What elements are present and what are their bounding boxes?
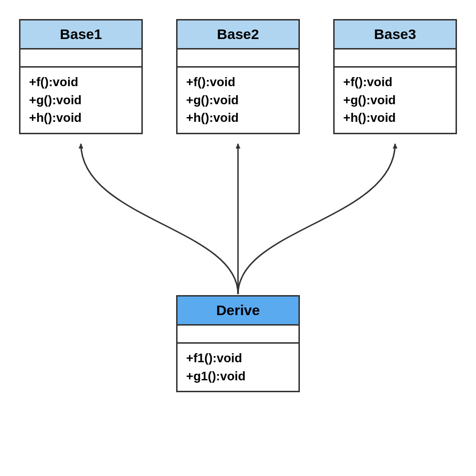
uml-class-base3: Base3 +f():void +g():void +h():void — [333, 19, 457, 134]
uml-method: +h():void — [186, 109, 290, 127]
uml-method: +h():void — [343, 109, 447, 127]
edge-derive-base3 — [238, 144, 395, 294]
uml-class-title: Base2 — [178, 20, 298, 50]
uml-class-attributes — [178, 326, 298, 344]
uml-class-base1: Base1 +f():void +g():void +h():void — [19, 19, 143, 134]
uml-method: +f():void — [29, 73, 133, 91]
uml-method: +f1():void — [186, 349, 290, 367]
uml-class-title: Derive — [178, 297, 298, 326]
uml-method: +g():void — [186, 91, 290, 109]
uml-method: +f():void — [186, 73, 290, 91]
uml-method: +g():void — [29, 91, 133, 109]
uml-class-attributes — [178, 50, 298, 68]
uml-class-methods: +f():void +g():void +h():void — [20, 68, 141, 133]
edge-derive-base1 — [81, 144, 238, 294]
uml-class-methods: +f1():void +g1():void — [178, 344, 298, 391]
uml-method: +g1():void — [186, 367, 290, 386]
uml-class-methods: +f():void +g():void +h():void — [335, 68, 456, 133]
uml-class-derive: Derive +f1():void +g1():void — [176, 295, 300, 392]
uml-class-base2: Base2 +f():void +g():void +h():void — [176, 19, 300, 134]
uml-method: +g():void — [343, 91, 447, 109]
uml-method: +h():void — [29, 109, 133, 127]
uml-method: +f():void — [343, 73, 447, 91]
uml-class-title: Base3 — [335, 20, 456, 50]
uml-class-title: Base1 — [20, 20, 141, 50]
uml-class-methods: +f():void +g():void +h():void — [178, 68, 298, 133]
uml-class-attributes — [20, 50, 141, 68]
uml-class-attributes — [335, 50, 456, 68]
